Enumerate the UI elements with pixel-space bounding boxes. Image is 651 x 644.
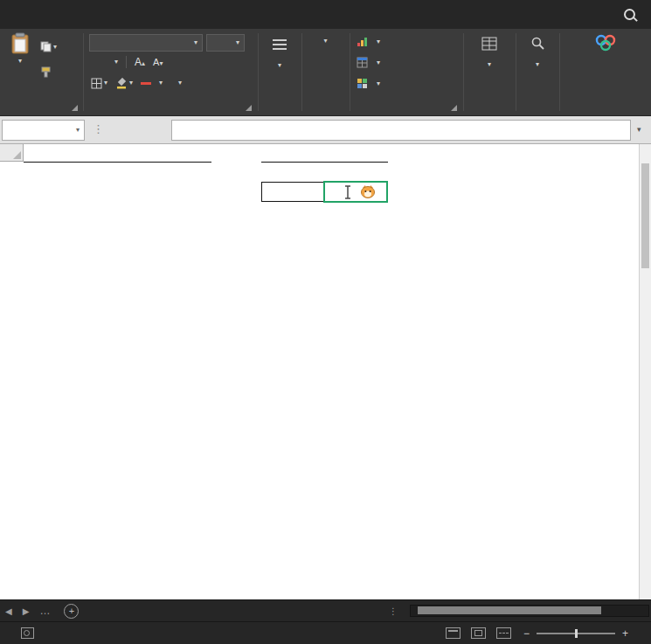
page-layout-view-icon[interactable] (471, 627, 486, 639)
font-size-select[interactable]: ▾ (206, 34, 245, 52)
select-all-button[interactable] (0, 144, 24, 162)
format-as-table-button[interactable]: ▾ (357, 57, 380, 68)
fill-color-icon (115, 77, 128, 89)
chevron-down-icon: ▾ (194, 39, 197, 46)
font-name-select[interactable]: ▾ (89, 34, 203, 52)
chevron-down-icon: ▾ (463, 61, 516, 68)
macro-record-icon[interactable] (21, 627, 34, 639)
shrink-font-button[interactable]: A▾ (153, 57, 163, 67)
formula-bar: ▾ ⋮ ▾ (0, 116, 651, 144)
ribbon: ▾ ▾ ▾ ▾ ▾ A▴ A▾ ▾ (0, 29, 651, 116)
save-to-netdisk-button[interactable] (559, 29, 651, 57)
zoom-slider[interactable] (537, 633, 615, 634)
format-painter-button[interactable] (40, 66, 52, 81)
add-sheet-button[interactable]: + (64, 604, 79, 619)
clipboard-dialog-launcher-icon[interactable] (72, 105, 78, 111)
conditional-format-icon (357, 36, 368, 47)
baidu-netdisk-icon (592, 34, 619, 52)
horizontal-scrollbar[interactable] (410, 605, 649, 617)
normal-view-icon[interactable] (446, 627, 461, 639)
fill-color-button[interactable]: ▾ (115, 77, 133, 89)
paste-button[interactable]: ▾ (3, 32, 37, 65)
font-color-row: ▾ ▾ ▾ ▾ (91, 77, 182, 89)
vertical-scrollbar-thumb[interactable] (641, 163, 649, 268)
zoom-in-button[interactable]: + (622, 627, 628, 640)
chevron-down-icon: ▾ (516, 61, 559, 68)
format-painter-icon (40, 66, 52, 78)
grow-font-button[interactable]: A▴ (135, 56, 145, 68)
sheet-nav-more-icon[interactable]: … (34, 600, 55, 621)
ribbon-tab-bar (0, 0, 651, 29)
sheetbar-spacer (79, 600, 384, 621)
chevron-down-icon: ▾ (377, 59, 380, 66)
font-dialog-launcher-icon[interactable] (246, 105, 252, 111)
number-group[interactable]: ▾ (301, 29, 350, 45)
formula-input[interactable] (171, 120, 631, 141)
search-icon (624, 9, 635, 20)
edit-search-icon (530, 36, 545, 51)
styles-dialog-launcher-icon[interactable] (451, 105, 457, 111)
group-separator (83, 33, 84, 111)
font-color-bar (141, 82, 151, 85)
chevron-down-icon: ▾ (159, 80, 163, 87)
chevron-down-icon: ▾ (76, 127, 80, 134)
cells-icon (481, 37, 497, 51)
cells-group[interactable]: ▾ (463, 29, 516, 68)
chevron-down-icon: ▾ (236, 39, 239, 46)
cell-styles-icon (357, 78, 368, 89)
chevron-down-icon: ▾ (178, 80, 182, 87)
sheet-nav-right-icon[interactable]: ▶ (17, 600, 35, 621)
copy-icon (40, 41, 52, 52)
tell-me[interactable] (624, 0, 651, 29)
cell-e2[interactable] (261, 182, 324, 202)
copy-button[interactable]: ▾ (40, 41, 57, 52)
font-color-button[interactable] (141, 81, 151, 85)
chevron-down-icon: ▾ (53, 44, 57, 51)
conditional-format-button[interactable]: ▾ (357, 36, 380, 47)
borders-button[interactable]: ▾ (91, 78, 107, 89)
clipboard-icon (10, 32, 30, 55)
sheet-tab-bar: ◀ ▶ … + ⋮ (0, 599, 651, 621)
alignment-group[interactable]: ▾ (258, 29, 301, 69)
editing-group[interactable]: ▾ (516, 29, 559, 68)
lookup-table-header (261, 162, 388, 163)
zoom-out-button[interactable]: − (523, 627, 530, 640)
text-cursor-icon (343, 185, 353, 199)
chevron-down-icon: ▾ (3, 58, 37, 65)
spreadsheet-grid (0, 144, 651, 599)
clipart-sticker-icon (359, 184, 377, 199)
chevron-down-icon: ▾ (377, 80, 380, 87)
alignment-icon (273, 39, 287, 50)
splitter-handle-icon[interactable]: ⋮ (384, 600, 403, 621)
chevron-down-icon: ▾ (377, 38, 380, 45)
table-style-icon (357, 57, 368, 68)
vertical-scrollbar[interactable] (639, 144, 651, 599)
page-break-view-icon[interactable] (496, 627, 511, 639)
group-separator (301, 33, 302, 111)
borders-icon (91, 78, 102, 89)
group-separator (350, 33, 350, 111)
chevron-down-icon: ▾ (114, 59, 118, 66)
mini-separator (126, 56, 127, 68)
name-box[interactable]: ▾ (2, 120, 85, 141)
active-cell-f2[interactable] (323, 181, 388, 203)
cell-styles-button[interactable]: ▾ (357, 78, 380, 89)
status-bar: − + (0, 621, 651, 644)
chevron-down-icon: ▾ (258, 62, 301, 69)
select-all-triangle-icon (13, 151, 21, 159)
expand-formula-bar-icon[interactable]: ▾ (637, 125, 641, 134)
fruit-table (24, 162, 211, 163)
chevron-down-icon: ▾ (301, 38, 350, 45)
font-format-row: ▾ A▴ A▾ (91, 56, 163, 68)
zoom-slider-thumb[interactable] (575, 629, 578, 638)
formula-bar-handle-icon[interactable]: ⋮ (93, 122, 104, 135)
horizontal-scrollbar-thumb[interactable] (418, 606, 601, 614)
sheet-nav-left-icon[interactable]: ◀ (0, 600, 17, 621)
